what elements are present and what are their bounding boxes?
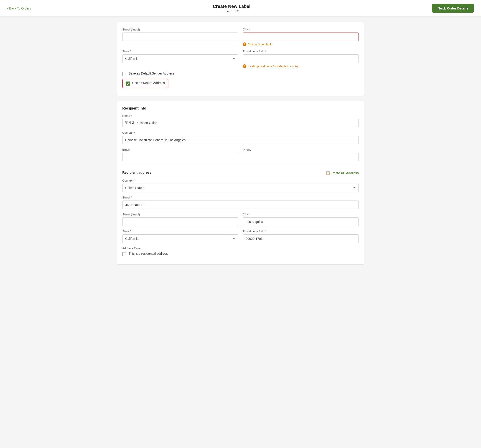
street-required-mark: * (131, 196, 132, 199)
postal-input[interactable] (243, 54, 359, 63)
recipient-state-col: State * Alabama Alaska California (122, 230, 238, 243)
city-label: City * (243, 28, 359, 31)
next-order-details-button[interactable]: Next: Order Details (432, 4, 474, 13)
name-label: Name * (122, 114, 359, 118)
state-postal-row: State * California Alabama Alaska Califo… (122, 50, 359, 68)
city-input[interactable] (243, 32, 359, 41)
country-row: Country * United States Canada China (122, 179, 359, 192)
residential-row: This is a residential address (122, 252, 359, 257)
recipient-postal-required-mark: * (265, 230, 266, 233)
country-label: Country * (122, 179, 359, 182)
postal-error-message: ! Invalid postal code for selected count… (243, 64, 359, 68)
city-required-mark: * (249, 28, 250, 31)
recipient-street2-col: Street (line 2) (122, 213, 238, 226)
page-title: Create New Label (213, 4, 250, 9)
recipient-state-postal-row: State * Alabama Alaska California Postal… (122, 230, 359, 243)
recipient-postal-input[interactable] (243, 234, 359, 243)
recipient-street2-label: Street (line 2) (122, 213, 238, 216)
phone-col: Phone (243, 148, 359, 161)
back-to-orders-link[interactable]: ‹ Back To Orders (7, 7, 31, 10)
street2-col: Street (line 2) (122, 28, 238, 46)
recipient-section-title: Recipient Info (122, 106, 359, 110)
residential-checkbox[interactable] (122, 252, 126, 256)
save-default-checkbox[interactable] (122, 72, 126, 76)
recipient-section: Recipient Info Name * Company Email (117, 101, 364, 265)
country-required-mark: * (133, 179, 135, 182)
recipient-state-select[interactable]: Alabama Alaska California (122, 234, 238, 243)
postal-label: Postal code / zip * (243, 50, 359, 53)
back-chevron-icon: ‹ (7, 7, 8, 10)
name-input[interactable] (122, 119, 359, 127)
postal-error-text: Invalid postal code for selected country (248, 65, 299, 68)
city-error-message: ! City can't be blank (243, 43, 359, 46)
use-return-checkbox[interactable] (126, 81, 130, 86)
company-row: Company (122, 131, 359, 144)
save-default-row: Save as Default Sender Address (122, 72, 359, 77)
recipient-state-required-mark: * (130, 230, 131, 233)
recipient-postal-col: Postal code / zip * (243, 230, 359, 243)
company-label: Company (122, 131, 359, 134)
state-select[interactable]: California Alabama Alaska California (122, 54, 238, 63)
company-input[interactable] (122, 136, 359, 144)
step-indicator: Step 1 of 2 (213, 9, 250, 13)
email-input[interactable] (122, 153, 238, 161)
sender-address-section: Street (line 2) City * ! City can't be b… (117, 22, 364, 96)
recipient-state-label: State * (122, 230, 238, 233)
name-col: Name * (122, 114, 359, 127)
state-required-mark: * (130, 50, 131, 53)
paste-icon: 📋 (326, 171, 330, 175)
country-col: Country * United States Canada China (122, 179, 359, 192)
save-default-label[interactable]: Save as Default Sender Address (129, 72, 174, 75)
recipient-city-input[interactable] (243, 217, 359, 226)
postal-col: Postal code / zip * ! Invalid postal cod… (243, 50, 359, 68)
recipient-address-title: Recipient address (122, 170, 151, 174)
email-phone-row: Email Phone (122, 148, 359, 161)
address-type-label: Address Type (122, 247, 359, 250)
name-row: Name * (122, 114, 359, 127)
street-input[interactable] (122, 200, 359, 209)
email-label: Email (122, 148, 238, 151)
recipient-postal-label: Postal code / zip * (243, 230, 359, 233)
street-col: Street * (122, 196, 359, 209)
name-required-mark: * (131, 114, 132, 118)
company-col: Company (122, 131, 359, 144)
street2-input[interactable] (122, 32, 238, 41)
page-header: ‹ Back To Orders Create New Label Step 1… (0, 0, 481, 17)
main-content: Street (line 2) City * ! City can't be b… (109, 17, 372, 275)
state-label: State * (122, 50, 238, 53)
phone-label: Phone (243, 148, 359, 151)
use-return-label[interactable]: Use as Return Address (132, 81, 165, 85)
recipient-street2-city-row: Street (line 2) City * (122, 213, 359, 226)
street2-label: Street (line 2) (122, 28, 238, 31)
street-row: Street * (122, 196, 359, 209)
back-label: Back To Orders (9, 7, 31, 10)
phone-input[interactable] (243, 153, 359, 161)
state-col: State * California Alabama Alaska Califo… (122, 50, 238, 68)
city-error-icon: ! (243, 43, 246, 46)
city-error-text: City can't be blank (248, 43, 272, 46)
city-col: City * ! City can't be blank (243, 28, 359, 46)
use-return-box: Use as Return Address (122, 79, 168, 88)
address-type-section: Address Type This is a residential addre… (122, 247, 359, 257)
email-col: Email (122, 148, 238, 161)
paste-us-address-button[interactable]: 📋 Paste US Address (326, 171, 359, 175)
street-label: Street * (122, 196, 359, 199)
postal-required-mark: * (265, 50, 266, 53)
residential-label[interactable]: This is a residential address (129, 252, 168, 255)
paste-label: Paste US Address (331, 171, 359, 175)
use-return-row: Use as Return Address (122, 79, 359, 88)
street2-city-row: Street (line 2) City * ! City can't be b… (122, 28, 359, 46)
recipient-address-header: Recipient address 📋 Paste US Address (122, 170, 359, 175)
recipient-street2-input[interactable] (122, 217, 238, 226)
recipient-city-required-mark: * (249, 213, 250, 216)
postal-error-icon: ! (243, 64, 246, 68)
header-center: Create New Label Step 1 of 2 (213, 4, 250, 13)
recipient-city-label: City * (243, 213, 359, 216)
recipient-city-col: City * (243, 213, 359, 226)
country-select[interactable]: United States Canada China (122, 184, 359, 192)
